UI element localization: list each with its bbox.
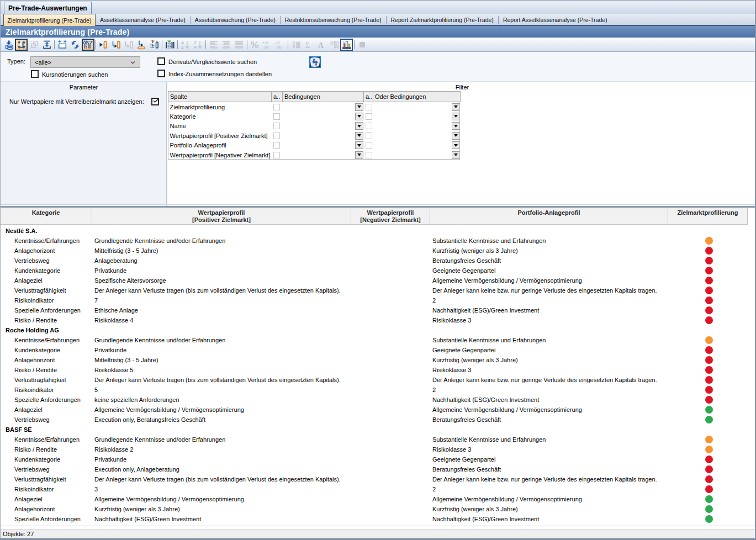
filter-or-checkbox[interactable] — [366, 133, 372, 139]
toolbar-button-bars-green-marker[interactable] — [163, 39, 176, 51]
table-row[interactable]: Risiko / RenditeRisikoklasse 2Risikoklas… — [0, 444, 756, 454]
dropdown-button[interactable] — [355, 151, 363, 159]
table-row[interactable]: AnlagehorizontMittelfristig (3 - 5 Jahre… — [0, 355, 756, 365]
table-row[interactable]: AnlagezielAllgemeine Vermögensbildung / … — [0, 405, 756, 415]
table-row[interactable]: AnlagehorizontMittelfristig (3 - 5 Jahre… — [0, 246, 756, 256]
typen-select[interactable]: <alle> — [30, 56, 140, 68]
toolbar-button-chart[interactable] — [340, 39, 353, 51]
table-column-header-5[interactable]: Zielmarktprofilierung — [668, 208, 748, 224]
filter-oder-cell[interactable] — [373, 102, 461, 112]
dropdown-button[interactable] — [355, 141, 363, 149]
table-row[interactable]: KundenkategoriePrivatkundeGeeignete Gege… — [0, 345, 756, 355]
toolbar-button-fit-window[interactable] — [15, 39, 28, 51]
filter-and-checkbox[interactable] — [273, 152, 280, 158]
filter-oder-cell[interactable] — [373, 112, 461, 121]
filter-or-checkbox[interactable] — [366, 123, 372, 129]
table-row[interactable]: Spezielle AnforderungenEthische AnlageNa… — [0, 305, 756, 315]
filter-bedingung-cell[interactable] — [283, 121, 364, 131]
table-group-row[interactable]: Roche Holding AG — [0, 325, 756, 335]
table-row[interactable]: Kenntnisse/ErfahrungenGrundlegende Kennt… — [0, 435, 756, 444]
toolbar-button-refresh[interactable] — [68, 39, 81, 51]
derivate-checkbox[interactable] — [157, 57, 165, 65]
table-row[interactable]: Risiko / RenditeRisikoklasse 5Risikoklas… — [0, 365, 756, 375]
toolbar-button-dock-down[interactable] — [2, 39, 15, 51]
toolbar-button-fit-width[interactable] — [56, 39, 68, 51]
sub-tab-3[interactable]: Assetüberwachung (Pre-Trade) — [191, 14, 280, 26]
toolbar-button-filter[interactable] — [82, 39, 94, 51]
filter-col-1[interactable]: a.. — [272, 92, 283, 102]
table-row[interactable]: Kenntnisse/ErfahrungenGrundlegende Kennt… — [0, 335, 756, 345]
dropdown-button[interactable] — [452, 141, 460, 149]
table-column-header-4[interactable]: Portfolio-Anlageprofil — [430, 208, 668, 224]
filter-col-2[interactable]: Bedingungen — [283, 92, 364, 102]
table-row[interactable]: VerlusttragfähigkeitDer Anleger kann Ver… — [0, 285, 756, 295]
table-group-row[interactable]: BASF SE — [0, 425, 756, 435]
table-row[interactable]: AnlagezielSpezifische AltersvorsorgeAllg… — [0, 276, 756, 285]
table-column-header-3[interactable]: Wertpapierprofil[Negativer Zielmarkt] — [351, 208, 430, 224]
table-row[interactable]: KundenkategoriePrivatkundeGeeignete Gege… — [0, 266, 756, 276]
sub-tab-2[interactable]: Assetklassenanalyse (Pre-Trade) — [96, 14, 190, 26]
table-row[interactable]: Risiko / RenditeRisikoklasse 4Risikoklas… — [0, 315, 756, 325]
filter-or-checkbox[interactable] — [366, 152, 372, 158]
table-row[interactable]: Spezielle Anforderungenkeine speziellen … — [0, 395, 756, 405]
table-column-header-2[interactable]: Wertpapierprofil[Positiver Zielmarkt] — [92, 208, 351, 224]
dropdown-button[interactable] — [355, 132, 363, 140]
table-row[interactable]: VertriebswegExecution only, Beratungsfre… — [0, 415, 756, 425]
table-row[interactable]: Risikoindikator72 — [0, 295, 756, 305]
table-row[interactable]: Spezielle AnforderungenNachhaltigkeit (E… — [0, 514, 756, 524]
filter-col-4[interactable]: Oder Bedingungen — [373, 92, 461, 102]
dropdown-button[interactable] — [355, 103, 363, 111]
sub-tab-5[interactable]: Report Zielmarktprofilierung (Pre-Trade) — [387, 14, 498, 26]
filter-and-checkbox[interactable] — [273, 113, 280, 120]
filter-oder-cell[interactable] — [373, 131, 461, 141]
filter-bedingung-cell[interactable] — [283, 112, 364, 121]
toolbar-button-bars-orange-marker[interactable] — [148, 39, 161, 51]
filter-and-checkbox[interactable] — [273, 142, 280, 149]
table-group-row[interactable]: Nestlé S.A. — [0, 226, 756, 236]
toolbar-button-hook-arrow-bar[interactable] — [110, 39, 123, 51]
filter-oder-cell[interactable] — [373, 141, 461, 151]
filter-and-checkbox[interactable] — [273, 133, 280, 139]
table-row[interactable]: VerlusttragfähigkeitDer Anleger kann Ver… — [0, 474, 756, 484]
table-row[interactable]: VertriebswegExecution only, Anlageberatu… — [0, 464, 756, 474]
filter-col-0[interactable]: Spalte — [168, 92, 272, 102]
tab-pre-trade-auswertungen[interactable]: Pre-Trade-Auswertungen — [4, 2, 92, 14]
table-row[interactable]: Risikoindikator52 — [0, 385, 756, 395]
table-row[interactable]: Risikoindikator32 — [0, 484, 756, 494]
filter-oder-cell[interactable] — [373, 150, 461, 160]
table-row[interactable]: AnlagezielAllgemeine Vermögensbildung / … — [0, 494, 756, 504]
table-row[interactable]: Kenntnisse/ErfahrungenGrundlegende Kennt… — [0, 236, 756, 246]
kursnotierungen-checkbox[interactable] — [31, 70, 39, 78]
filter-or-checkbox[interactable] — [366, 142, 372, 149]
sub-tab-1[interactable]: Zielmarktprofilierung (Pre-Trade) — [3, 14, 96, 26]
sub-tab-4[interactable]: Restriktionsüberwachung (Pre-Trade) — [281, 14, 386, 26]
table-column-header-1[interactable]: Kategorie — [0, 208, 92, 224]
search-refresh-button[interactable] — [309, 56, 321, 68]
dropdown-button[interactable] — [452, 103, 460, 111]
dropdown-button[interactable] — [452, 113, 460, 120]
filter-bedingung-cell[interactable] — [283, 131, 364, 141]
toolbar-button-play-to-bar[interactable] — [97, 39, 110, 51]
filter-col-3[interactable]: a.. — [364, 92, 373, 102]
table-row[interactable]: AnlagehorizontKurzfristig (weniger als 3… — [0, 504, 756, 514]
filter-and-checkbox[interactable] — [273, 104, 280, 110]
dropdown-button[interactable] — [355, 113, 363, 120]
table-row[interactable]: KundenkategoriePrivatkundeGeeignete Gege… — [0, 454, 756, 464]
toolbar-button-arrow-baseline[interactable] — [135, 39, 148, 51]
filter-bedingung-cell[interactable] — [283, 141, 364, 151]
dropdown-button[interactable] — [452, 132, 460, 140]
dropdown-button[interactable] — [452, 151, 460, 159]
filter-or-checkbox[interactable] — [366, 104, 372, 110]
filter-or-checkbox[interactable] — [366, 113, 372, 120]
dropdown-button[interactable] — [355, 122, 363, 130]
filter-and-checkbox[interactable] — [273, 123, 280, 129]
index-checkbox[interactable] — [157, 70, 165, 77]
table-row[interactable]: VerlusttragfähigkeitDer Anleger kann Ver… — [0, 375, 756, 385]
dropdown-button[interactable] — [452, 122, 460, 130]
table-row[interactable]: VertriebswegAnlageberatungBeratungsfreie… — [0, 256, 756, 266]
only-wertpapiere-checkbox[interactable] — [151, 98, 159, 105]
filter-bedingung-cell[interactable] — [283, 102, 364, 112]
filter-oder-cell[interactable] — [373, 121, 461, 131]
filter-bedingung-cell[interactable] — [283, 150, 364, 160]
sub-tab-6[interactable]: Report Assetklassenanalyse (Pre-Trade) — [499, 14, 612, 26]
